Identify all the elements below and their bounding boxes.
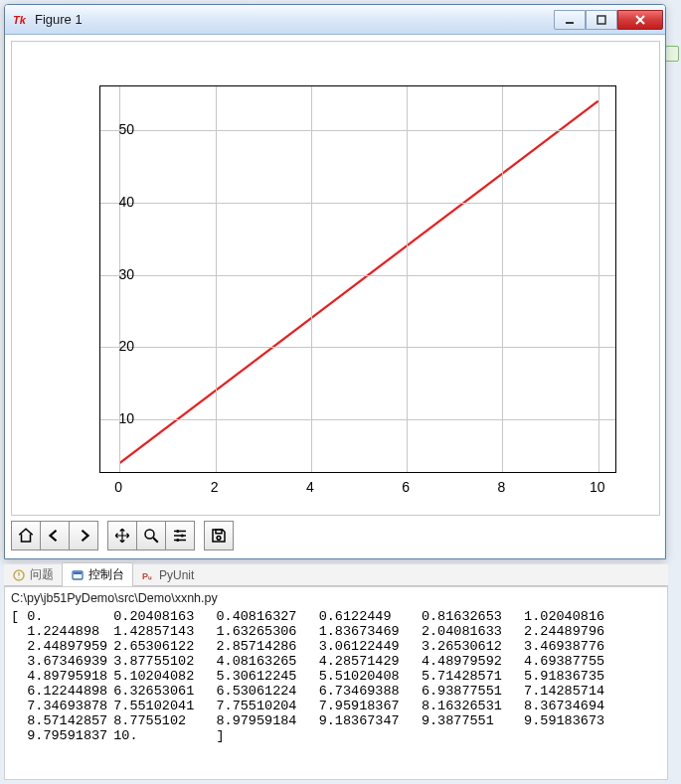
xtick-label: 0 bbox=[114, 479, 122, 495]
ytick-label: 40 bbox=[94, 194, 134, 210]
xtick-label: 10 bbox=[590, 479, 605, 495]
figure-window: Tk Figure 1 02468101020304050 bbox=[4, 4, 666, 559]
gridline-v bbox=[216, 86, 217, 472]
pan-button[interactable] bbox=[107, 521, 137, 550]
svg-rect-1 bbox=[597, 16, 605, 24]
svg-point-4 bbox=[181, 535, 184, 538]
problems-icon bbox=[12, 568, 26, 582]
console-output[interactable]: C:\py\jb51PyDemo\src\Demo\xxnh.py [ 0. 0… bbox=[4, 586, 668, 780]
tab-problems[interactable]: 问题 bbox=[4, 563, 62, 586]
xtick-label: 8 bbox=[498, 479, 506, 495]
svg-point-2 bbox=[145, 530, 154, 539]
svg-text:Pᵤ: Pᵤ bbox=[142, 571, 152, 581]
xtick-label: 6 bbox=[402, 479, 410, 495]
configure-subplots-button[interactable] bbox=[165, 521, 195, 550]
zoom-button[interactable] bbox=[136, 521, 166, 550]
plot-axes bbox=[99, 85, 616, 473]
ytick-label: 10 bbox=[94, 410, 134, 426]
gridline-h bbox=[100, 275, 615, 276]
maximize-button[interactable] bbox=[586, 10, 617, 30]
home-button[interactable] bbox=[11, 521, 41, 550]
svg-point-3 bbox=[176, 530, 179, 533]
ytick-label: 20 bbox=[94, 338, 134, 354]
matplotlib-toolbar bbox=[11, 519, 234, 552]
figure-canvas[interactable]: 02468101020304050 bbox=[11, 41, 660, 516]
back-button[interactable] bbox=[40, 521, 70, 550]
gridline-h bbox=[100, 130, 615, 131]
tab-label: PyUnit bbox=[159, 568, 194, 582]
tab-label: 问题 bbox=[30, 566, 54, 583]
xtick-label: 2 bbox=[211, 479, 219, 495]
xtick-label: 4 bbox=[306, 479, 314, 495]
save-button[interactable] bbox=[204, 521, 234, 550]
tab-label: 控制台 bbox=[88, 566, 124, 583]
svg-point-5 bbox=[176, 539, 179, 542]
tab-pyunit[interactable]: Pᵤ PyUnit bbox=[133, 565, 202, 585]
console-icon bbox=[71, 568, 85, 582]
window-buttons bbox=[554, 9, 663, 30]
file-icon-hint bbox=[665, 46, 679, 62]
svg-rect-10 bbox=[74, 572, 82, 574]
gridline-h bbox=[100, 419, 615, 420]
window-title: Figure 1 bbox=[35, 12, 554, 27]
pyunit-icon: Pᵤ bbox=[141, 568, 155, 582]
tab-console[interactable]: 控制台 bbox=[62, 562, 133, 587]
gridline-v bbox=[311, 86, 312, 472]
ide-tabs: 问题 控制台 Pᵤ PyUnit bbox=[4, 564, 668, 586]
gridline-v bbox=[502, 86, 503, 472]
forward-button[interactable] bbox=[69, 521, 98, 550]
script-path: C:\py\jb51PyDemo\src\Demo\xxnh.py bbox=[11, 591, 661, 605]
svg-rect-6 bbox=[216, 530, 222, 534]
tk-icon: Tk bbox=[13, 12, 29, 28]
titlebar[interactable]: Tk Figure 1 bbox=[5, 5, 665, 35]
plot-line bbox=[100, 86, 615, 472]
minimize-button[interactable] bbox=[554, 10, 586, 30]
close-button[interactable] bbox=[617, 10, 663, 30]
svg-rect-0 bbox=[566, 22, 574, 24]
ytick-label: 50 bbox=[94, 121, 134, 137]
ytick-label: 30 bbox=[94, 266, 134, 282]
gridline-v bbox=[407, 86, 408, 472]
gridline-h bbox=[100, 347, 615, 348]
console-array-output: [ 0. 0.20408163 0.40816327 0.6122449 0.8… bbox=[11, 609, 661, 743]
gridline-h bbox=[100, 203, 615, 204]
svg-point-7 bbox=[217, 536, 221, 540]
gridline-v bbox=[598, 86, 599, 472]
